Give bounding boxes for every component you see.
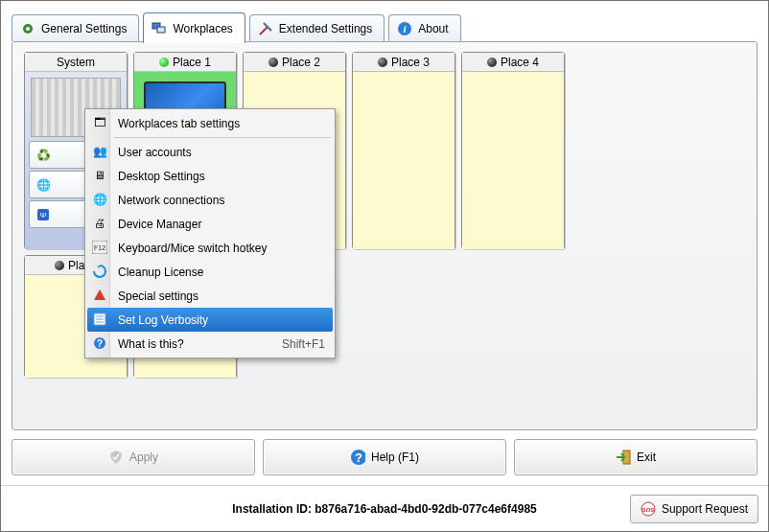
menu-item-device-manager[interactable]: 🖨 Device Manager bbox=[87, 212, 333, 236]
card-title: Place 2 bbox=[282, 56, 320, 69]
exit-icon bbox=[616, 450, 631, 465]
status-dot-active-icon bbox=[159, 58, 169, 67]
workplaces-icon bbox=[151, 21, 167, 36]
menu-label: Device Manager bbox=[118, 218, 201, 231]
network-icon: 🌐 bbox=[92, 192, 107, 207]
tab-extended-settings[interactable]: Extended Settings bbox=[249, 14, 384, 41]
globe-icon: 🌐 bbox=[35, 177, 51, 193]
menu-item-keyboard-mice-hotkey[interactable]: F12 Keyboard/Mice switch hotkey bbox=[87, 236, 333, 260]
svg-rect-3 bbox=[157, 27, 165, 33]
menu-item-cleanup-license[interactable]: Cleanup License bbox=[87, 260, 333, 284]
tab-label: Extended Settings bbox=[279, 22, 372, 35]
status-dot-inactive-icon bbox=[268, 58, 278, 67]
tab-about[interactable]: i About bbox=[388, 14, 460, 41]
menu-label: Network connections bbox=[118, 194, 224, 207]
install-id-prefix: Installation ID: bbox=[232, 502, 315, 516]
button-label: Help (F1) bbox=[371, 451, 419, 464]
tools-icon bbox=[258, 21, 273, 36]
menu-label: Keyboard/Mice switch hotkey bbox=[118, 242, 267, 255]
menu-label: Cleanup License bbox=[118, 266, 203, 279]
card-body bbox=[353, 72, 454, 249]
help-icon: ? bbox=[92, 335, 107, 351]
support-request-button[interactable]: SOS Support Request bbox=[630, 495, 758, 523]
menu-item-special-settings[interactable]: Special settings bbox=[87, 284, 333, 308]
tab-label: General Settings bbox=[41, 22, 127, 35]
gear-icon bbox=[20, 21, 35, 36]
card-title: Place 1 bbox=[173, 56, 211, 69]
sos-icon: SOS bbox=[641, 501, 656, 517]
menu-item-network-connections[interactable]: 🌐 Network connections bbox=[87, 188, 333, 212]
menu-separator bbox=[114, 137, 331, 138]
card-place-4[interactable]: Place 4 bbox=[461, 52, 565, 249]
svg-text:F12: F12 bbox=[94, 244, 105, 251]
svg-text:?: ? bbox=[97, 338, 103, 349]
recycle-icon: ♻️ bbox=[35, 148, 51, 163]
tab-strip: General Settings Workplaces Extended Set… bbox=[12, 14, 757, 43]
tab-label: About bbox=[418, 22, 448, 35]
svg-point-1 bbox=[26, 27, 30, 31]
menu-item-what-is-this[interactable]: ? What is this? Shift+F1 bbox=[87, 332, 333, 356]
help-button[interactable]: ? Help (F1) bbox=[263, 439, 506, 475]
status-dot-inactive-icon bbox=[55, 261, 64, 270]
menu-label: User accounts bbox=[118, 146, 192, 159]
status-dot-inactive-icon bbox=[487, 58, 497, 67]
button-label: Apply bbox=[129, 451, 158, 464]
users-icon: 👥 bbox=[92, 144, 107, 159]
menu-label: What is this? bbox=[118, 337, 184, 351]
svg-text:?: ? bbox=[355, 451, 362, 465]
card-header: System bbox=[25, 53, 127, 72]
menu-label: Set Log Verbosity bbox=[118, 313, 208, 327]
refresh-icon bbox=[92, 264, 107, 279]
status-dot-inactive-icon bbox=[378, 58, 387, 67]
svg-text:Ψ: Ψ bbox=[40, 211, 47, 220]
info-icon: i bbox=[397, 21, 412, 36]
menu-item-set-log-verbosity[interactable]: Set Log Verbosity bbox=[87, 308, 333, 332]
install-id-value: b876a716-abad-4bd0-92db-077c4e6f4985 bbox=[315, 502, 536, 516]
log-icon bbox=[92, 312, 107, 327]
card-place-3[interactable]: Place 3 bbox=[352, 52, 455, 249]
windows-icon: 🗔 bbox=[92, 115, 107, 130]
card-header: Place 4 bbox=[462, 53, 564, 72]
menu-shortcut: Shift+F1 bbox=[282, 337, 325, 351]
menu-label: Special settings bbox=[118, 289, 198, 303]
shield-check-icon bbox=[108, 450, 124, 465]
apply-button[interactable]: Apply bbox=[12, 439, 255, 475]
tab-general-settings[interactable]: General Settings bbox=[12, 14, 139, 41]
exit-button[interactable]: Exit bbox=[514, 439, 757, 475]
app-window: General Settings Workplaces Extended Set… bbox=[0, 0, 769, 532]
card-title: System bbox=[57, 56, 95, 69]
tab-label: Workplaces bbox=[173, 22, 232, 35]
card-header: Place 2 bbox=[244, 53, 345, 72]
warning-icon bbox=[92, 288, 107, 303]
card-header: Place 3 bbox=[353, 53, 454, 72]
usb-icon: Ψ bbox=[35, 207, 51, 222]
f12-key-icon: F12 bbox=[92, 240, 107, 255]
menu-label: Workplaces tab settings bbox=[118, 117, 240, 130]
device-icon: 🖨 bbox=[92, 216, 107, 231]
card-title: Place 4 bbox=[501, 56, 539, 69]
installation-id-label: Installation ID: b876a716-abad-4bd0-92db… bbox=[232, 502, 536, 516]
help-icon: ? bbox=[350, 450, 365, 465]
card-title: Place 3 bbox=[391, 56, 430, 69]
card-header: Place 1 bbox=[134, 53, 236, 72]
bottom-strip: Installation ID: b876a716-abad-4bd0-92db… bbox=[1, 485, 768, 531]
tab-workplaces[interactable]: Workplaces bbox=[143, 12, 245, 43]
svg-text:SOS: SOS bbox=[642, 507, 655, 513]
button-row: Apply ? Help (F1) Exit bbox=[12, 439, 757, 475]
button-label: Support Request bbox=[662, 502, 748, 516]
card-body bbox=[462, 72, 564, 249]
menu-item-user-accounts[interactable]: 👥 User accounts bbox=[87, 140, 333, 164]
menu-item-workplaces-tab-settings[interactable]: 🗔 Workplaces tab settings bbox=[87, 111, 333, 135]
context-menu: 🗔 Workplaces tab settings 👥 User account… bbox=[84, 108, 336, 359]
menu-item-desktop-settings[interactable]: 🖥 Desktop Settings bbox=[87, 164, 333, 188]
monitor-icon: 🖥 bbox=[92, 168, 107, 183]
menu-label: Desktop Settings bbox=[118, 170, 205, 183]
button-label: Exit bbox=[637, 451, 656, 464]
